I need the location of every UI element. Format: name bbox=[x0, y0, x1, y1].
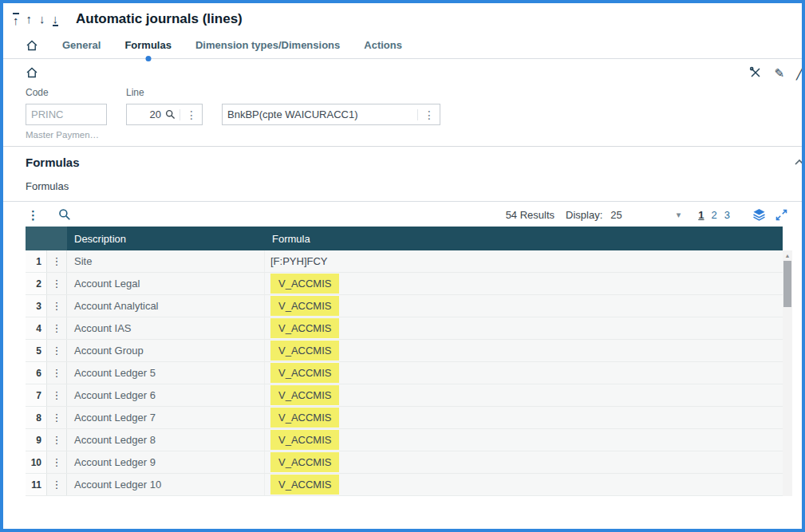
grid-menu-icon[interactable]: ⋮ bbox=[27, 209, 39, 221]
panel-toolbar: ✎ ╱ bbox=[3, 59, 802, 82]
home-icon[interactable] bbox=[26, 39, 38, 52]
row-description[interactable]: Account Ledger 7 bbox=[67, 407, 265, 428]
tab-actions[interactable]: Actions bbox=[364, 32, 402, 58]
table-row[interactable]: 7 ⋮ Account Ledger 6 V_ACCMIS bbox=[26, 384, 783, 407]
line-value: 20 bbox=[132, 108, 165, 120]
row-formula[interactable]: V_ACCMIS bbox=[265, 407, 783, 428]
row-number: 9 bbox=[26, 429, 47, 451]
row-number: 3 bbox=[26, 295, 47, 317]
layers-icon[interactable] bbox=[752, 208, 766, 221]
tab-general[interactable]: General bbox=[62, 32, 101, 58]
table-row[interactable]: 6 ⋮ Account Ledger 5 V_ACCMIS bbox=[26, 362, 783, 384]
page-1-link[interactable]: 1 bbox=[698, 209, 704, 221]
line-menu-icon[interactable]: ⋮ bbox=[180, 109, 197, 120]
code-input[interactable]: PRINC bbox=[26, 104, 107, 125]
row-menu-icon[interactable]: ⋮ bbox=[47, 384, 67, 406]
previous-record-icon[interactable]: ↑ bbox=[26, 13, 33, 26]
row-formula[interactable]: V_ACCMIS bbox=[265, 317, 783, 339]
more-tools-icon[interactable]: ╱ bbox=[796, 67, 803, 79]
row-formula[interactable]: V_ACCMIS bbox=[265, 295, 783, 317]
tab-general-label: General bbox=[62, 39, 101, 51]
panel-home-icon[interactable] bbox=[26, 66, 38, 79]
row-description[interactable]: Account Ledger 10 bbox=[67, 474, 265, 495]
row-description[interactable]: Account Analytical bbox=[67, 295, 265, 317]
tab-dimension-types-label: Dimension types/Dimensions bbox=[195, 39, 340, 51]
line-input[interactable]: 20 ⋮ bbox=[126, 104, 203, 125]
row-description[interactable]: Account Ledger 9 bbox=[67, 451, 265, 473]
row-formula[interactable]: V_ACCMIS bbox=[265, 362, 783, 384]
row-number: 8 bbox=[26, 407, 47, 428]
results-count: 54 Results bbox=[506, 209, 554, 221]
next-record-icon[interactable]: ↓ bbox=[39, 13, 45, 26]
row-formula[interactable]: V_ACCMIS bbox=[265, 474, 783, 495]
grid-header-row: Description Formula bbox=[26, 227, 783, 250]
customize-tools-icon[interactable] bbox=[749, 66, 762, 79]
table-row[interactable]: 3 ⋮ Account Analytical V_ACCMIS bbox=[26, 295, 783, 317]
formulas-section-header: Formulas bbox=[3, 147, 802, 175]
page-2-link[interactable]: 2 bbox=[712, 209, 717, 221]
row-formula[interactable]: V_ACCMIS bbox=[265, 340, 783, 361]
table-row[interactable]: 9 ⋮ Account Ledger 8 V_ACCMIS bbox=[26, 429, 783, 451]
row-formula[interactable]: V_ACCMIS bbox=[265, 429, 783, 451]
row-menu-icon[interactable]: ⋮ bbox=[47, 317, 67, 339]
page-3-link[interactable]: 3 bbox=[724, 209, 730, 221]
scrollbar-thumb[interactable] bbox=[783, 261, 791, 307]
line-description-input[interactable]: BnkBP(cpte WAICURACC1) ⋮ bbox=[222, 104, 440, 125]
table-row[interactable]: 1 ⋮ Site [F:PYH]FCY bbox=[26, 250, 783, 273]
row-number: 1 bbox=[26, 250, 47, 272]
row-formula[interactable]: [F:PYH]FCY bbox=[265, 250, 783, 272]
code-field-group: Code PRINC Master Paymen… bbox=[26, 87, 107, 140]
row-menu-icon[interactable]: ⋮ bbox=[47, 429, 67, 451]
row-description[interactable]: Account Legal bbox=[67, 273, 265, 294]
tab-formulas[interactable]: Formulas bbox=[124, 32, 172, 58]
first-record-icon[interactable]: ↑ bbox=[13, 13, 19, 26]
row-formula[interactable]: V_ACCMIS bbox=[265, 384, 783, 406]
row-menu-icon[interactable]: ⋮ bbox=[47, 250, 67, 272]
title-bar: ↑ ↑ ↓ ↓ Automatic journals (lines) bbox=[3, 3, 802, 32]
row-formula-value: V_ACCMIS bbox=[270, 408, 339, 428]
last-record-icon[interactable]: ↓ bbox=[53, 13, 59, 26]
collapse-section-icon[interactable] bbox=[794, 158, 805, 167]
display-dropdown-caret-icon[interactable]: ▾ bbox=[677, 210, 681, 220]
grid-header-description[interactable]: Description bbox=[67, 227, 265, 250]
active-tab-dot bbox=[145, 56, 151, 61]
tab-dimension-types[interactable]: Dimension types/Dimensions bbox=[195, 32, 340, 58]
edit-pencil-icon[interactable]: ✎ bbox=[774, 67, 784, 79]
table-row[interactable]: 5 ⋮ Account Group V_ACCMIS bbox=[26, 340, 783, 362]
table-row[interactable]: 11 ⋮ Account Ledger 10 V_ACCMIS bbox=[26, 474, 783, 496]
row-description[interactable]: Account Ledger 8 bbox=[67, 429, 265, 451]
row-formula[interactable]: V_ACCMIS bbox=[265, 451, 783, 473]
row-formula-value: V_ACCMIS bbox=[270, 318, 339, 338]
row-menu-icon[interactable]: ⋮ bbox=[47, 474, 67, 495]
grid-search-icon[interactable] bbox=[58, 208, 71, 221]
row-description[interactable]: Account Group bbox=[67, 340, 265, 361]
row-formula[interactable]: V_ACCMIS bbox=[265, 273, 783, 294]
table-row[interactable]: 4 ⋮ Account IAS V_ACCMIS bbox=[26, 317, 783, 340]
row-menu-icon[interactable]: ⋮ bbox=[47, 451, 67, 473]
table-row[interactable]: 2 ⋮ Account Legal V_ACCMIS bbox=[26, 273, 783, 295]
row-formula-value: V_ACCMIS bbox=[270, 341, 339, 361]
display-page-size[interactable]: 25 bbox=[610, 209, 622, 221]
row-menu-icon[interactable]: ⋮ bbox=[47, 407, 67, 428]
line-description-menu-icon[interactable]: ⋮ bbox=[417, 109, 435, 120]
row-menu-icon[interactable]: ⋮ bbox=[47, 273, 67, 294]
row-menu-icon[interactable]: ⋮ bbox=[47, 362, 67, 384]
row-menu-icon[interactable]: ⋮ bbox=[47, 295, 67, 317]
grid-header-formula[interactable]: Formula bbox=[265, 227, 783, 250]
line-description-group: BnkBP(cpte WAICURACC1) ⋮ bbox=[222, 87, 440, 140]
grid-scrollbar[interactable]: ▲ bbox=[783, 250, 792, 496]
row-description[interactable]: Account Ledger 5 bbox=[67, 362, 265, 384]
expand-grid-icon[interactable] bbox=[775, 209, 787, 221]
table-row[interactable]: 10 ⋮ Account Ledger 9 V_ACCMIS bbox=[26, 451, 783, 474]
row-formula-value: V_ACCMIS bbox=[270, 385, 339, 405]
row-menu-icon[interactable]: ⋮ bbox=[47, 340, 67, 361]
table-row[interactable]: 8 ⋮ Account Ledger 7 V_ACCMIS bbox=[26, 407, 783, 429]
key-fields: Code PRINC Master Paymen… Line 20 ⋮ BnkB bbox=[3, 82, 802, 146]
row-description[interactable]: Account IAS bbox=[67, 317, 265, 339]
row-description[interactable]: Account Ledger 6 bbox=[67, 384, 265, 406]
formulas-grid: Description Formula 1 ⋮ Site [F:PYH]FCY … bbox=[26, 227, 792, 496]
row-description[interactable]: Site bbox=[67, 250, 265, 272]
scrollbar-up-arrow-icon[interactable]: ▲ bbox=[785, 250, 791, 258]
line-lookup-icon[interactable] bbox=[165, 109, 176, 120]
row-formula-value: [F:PYH]FCY bbox=[270, 255, 328, 267]
